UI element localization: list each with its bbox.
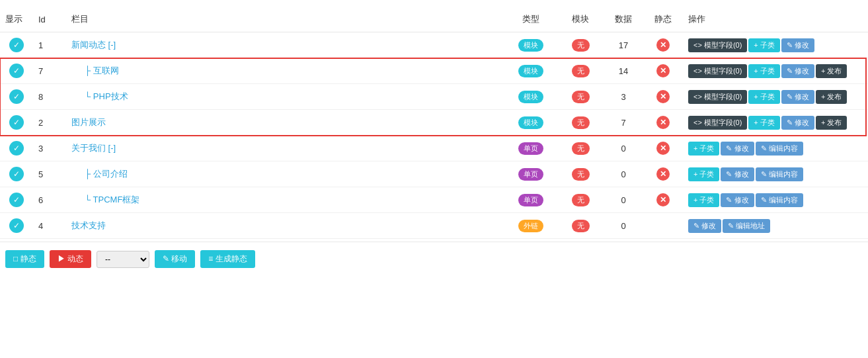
dynamic-button[interactable]: ▶ 动态	[50, 250, 91, 268]
check-icon[interactable]: ✓	[9, 115, 24, 130]
static-x-icon[interactable]: ✕	[656, 90, 670, 103]
move-button[interactable]: ✎ 移动	[155, 250, 195, 268]
header-data: 数据	[604, 7, 643, 32]
action-btn-----[interactable]: ✎ 编辑内容	[756, 142, 803, 156]
column-name-link[interactable]: 新闻动态 [-]	[71, 40, 116, 50]
header-type: 类型	[504, 7, 557, 32]
action-btn---[interactable]: ✎ 修改	[721, 167, 754, 181]
action-btn-----[interactable]: ✎ 编辑内容	[756, 167, 803, 181]
action-btn----[interactable]: + 子类	[688, 193, 719, 207]
table-row: ✓1新闻动态 [-]模块无17✕<> 模型字段(0)+ 子类✎ 修改	[0, 32, 868, 58]
header-module: 模块	[557, 7, 604, 32]
column-name-link[interactable]: 图片展示	[71, 117, 106, 127]
static-x-icon[interactable]: ✕	[656, 193, 670, 206]
action-btn------0-[interactable]: <> 模型字段(0)	[688, 64, 747, 78]
type-badge: 模块	[518, 91, 543, 103]
static-x-icon[interactable]: ✕	[656, 116, 670, 129]
action-btn----[interactable]: + 子类	[748, 116, 779, 130]
row-id: 1	[33, 32, 66, 58]
check-icon[interactable]: ✓	[9, 64, 24, 78]
row-id: 7	[33, 58, 66, 84]
header-display: 显示	[0, 7, 33, 32]
type-badge: 外链	[518, 220, 543, 232]
static-button[interactable]: □ 静态	[5, 250, 44, 268]
table-row: ✓2图片展示模块无7✕<> 模型字段(0)+ 子类✎ 修改+ 发布	[0, 110, 868, 136]
static-x-icon[interactable]: ✕	[656, 167, 670, 181]
check-icon[interactable]: ✓	[9, 89, 24, 104]
action-btn---[interactable]: ✎ 修改	[781, 90, 814, 104]
action-cell: + 子类✎ 修改✎ 编辑内容	[683, 187, 868, 213]
table-row: ✓7├ 互联网模块无14✕<> 模型字段(0)+ 子类✎ 修改+ 发布	[0, 58, 868, 84]
action-cell: ✎ 修改✎ 编辑地址	[683, 213, 868, 239]
action-btn-----[interactable]: ✎ 编辑内容	[756, 193, 803, 207]
footer-bar: □ 静态 ▶ 动态 -- ✎ 移动 ≡ 生成静态	[0, 242, 868, 276]
column-name-link[interactable]: └ TPCMF框架	[71, 195, 139, 204]
action-btn---[interactable]: ✎ 修改	[781, 38, 814, 52]
type-badge: 单页	[518, 194, 543, 206]
column-name-link[interactable]: 技术支持	[71, 220, 106, 230]
type-badge: 单页	[518, 168, 543, 181]
static-x-icon[interactable]: ✕	[656, 64, 670, 77]
header-name: 栏目	[66, 7, 504, 32]
move-select[interactable]: --	[97, 251, 149, 268]
check-icon[interactable]: ✓	[9, 141, 24, 156]
action-btn----[interactable]: + 子类	[688, 167, 719, 181]
action-btn---[interactable]: ✎ 修改	[781, 116, 814, 130]
action-btn---[interactable]: ✎ 修改	[688, 219, 721, 233]
action-btn-----[interactable]: ✎ 编辑地址	[723, 219, 770, 233]
check-icon[interactable]: ✓	[9, 218, 24, 233]
row-id: 2	[33, 110, 66, 136]
action-btn----[interactable]: + 子类	[748, 64, 779, 78]
type-badge: 模块	[518, 65, 543, 77]
type-badge: 单页	[518, 142, 543, 155]
action-btn----[interactable]: + 发布	[816, 116, 847, 130]
type-badge: 模块	[518, 39, 543, 52]
data-count: 0	[604, 213, 643, 239]
column-name-link[interactable]: └ PHP技术	[71, 91, 128, 101]
column-name-link[interactable]: 关于我们 [-]	[71, 143, 116, 153]
header-action: 操作	[683, 7, 868, 32]
column-name-link[interactable]: ├ 公司介绍	[71, 169, 128, 179]
table-row: ✓3关于我们 [-]单页无0✕+ 子类✎ 修改✎ 编辑内容	[0, 136, 868, 161]
module-badge: 无	[572, 116, 590, 129]
generate-static-button[interactable]: ≡ 生成静态	[200, 250, 255, 268]
action-btn------0-[interactable]: <> 模型字段(0)	[688, 116, 747, 130]
action-btn---[interactable]: ✎ 修改	[781, 64, 814, 78]
action-btn----[interactable]: + 发布	[816, 90, 847, 104]
data-count: 0	[604, 161, 643, 187]
data-count: 17	[604, 32, 643, 58]
check-icon[interactable]: ✓	[9, 38, 24, 52]
data-count: 14	[604, 58, 643, 84]
action-btn---[interactable]: ✎ 修改	[721, 193, 754, 207]
module-badge: 无	[572, 194, 590, 206]
action-btn------0-[interactable]: <> 模型字段(0)	[688, 38, 747, 52]
action-cell: + 子类✎ 修改✎ 编辑内容	[683, 161, 868, 187]
module-badge: 无	[572, 39, 590, 52]
action-btn----[interactable]: + 发布	[816, 64, 847, 78]
static-x-icon[interactable]: ✕	[656, 142, 670, 155]
data-count: 0	[604, 136, 643, 161]
action-btn------0-[interactable]: <> 模型字段(0)	[688, 90, 747, 104]
action-btn----[interactable]: + 子类	[748, 38, 779, 52]
column-name-link[interactable]: ├ 互联网	[71, 66, 119, 75]
static-x-icon[interactable]: ✕	[656, 38, 670, 52]
module-badge: 无	[572, 65, 590, 77]
action-cell: + 子类✎ 修改✎ 编辑内容	[683, 136, 868, 161]
row-id: 5	[33, 161, 66, 187]
row-id: 3	[33, 136, 66, 161]
check-icon[interactable]: ✓	[9, 193, 24, 207]
action-btn---[interactable]: ✎ 修改	[721, 142, 754, 156]
action-cell: <> 模型字段(0)+ 子类✎ 修改	[683, 32, 868, 58]
data-count: 7	[604, 110, 643, 136]
table-row: ✓4技术支持外链无0✎ 修改✎ 编辑地址	[0, 213, 868, 239]
action-cell: <> 模型字段(0)+ 子类✎ 修改+ 发布	[683, 58, 868, 84]
row-id: 8	[33, 84, 66, 110]
action-btn----[interactable]: + 子类	[748, 90, 779, 104]
row-id: 4	[33, 213, 66, 239]
check-icon[interactable]: ✓	[9, 167, 24, 181]
data-count: 0	[604, 187, 643, 213]
action-cell: <> 模型字段(0)+ 子类✎ 修改+ 发布	[683, 84, 868, 110]
action-btn----[interactable]: + 子类	[688, 142, 719, 156]
table-row: ✓8└ PHP技术模块无3✕<> 模型字段(0)+ 子类✎ 修改+ 发布	[0, 84, 868, 110]
table-row: ✓5├ 公司介绍单页无0✕+ 子类✎ 修改✎ 编辑内容	[0, 161, 868, 187]
